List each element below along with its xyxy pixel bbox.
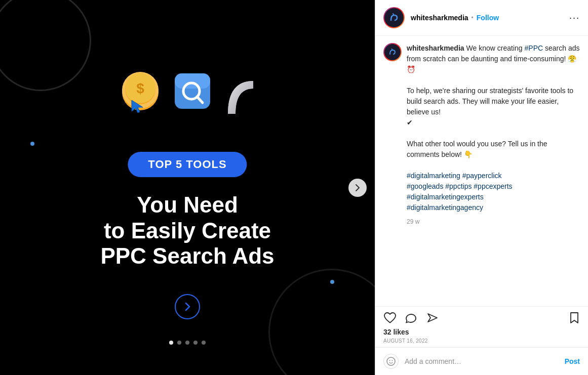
dot-3[interactable] — [185, 341, 189, 345]
brand-logo-icon — [387, 11, 401, 24]
slide-dots — [169, 341, 206, 345]
dot-1[interactable] — [169, 341, 173, 345]
coin-dollar-icon: $ — [116, 66, 162, 111]
svg-point-12 — [387, 357, 395, 365]
dot-separator: • — [472, 14, 474, 21]
share-icon — [426, 312, 439, 324]
blue-dot-left — [30, 142, 34, 146]
caption-username: whitesharkmedia — [407, 44, 464, 52]
slide-next-btn[interactable] — [348, 179, 367, 197]
decor-circle-bottom — [268, 269, 375, 375]
search-box-icon — [172, 71, 213, 111]
post-comment-button[interactable]: Post — [565, 357, 580, 365]
smiley-icon — [386, 357, 396, 366]
action-icons-row — [383, 312, 580, 324]
comment-input[interactable] — [405, 357, 559, 365]
emoji-picker-button[interactable] — [383, 354, 399, 369]
dot-5[interactable] — [202, 341, 206, 345]
caption-avatar-ring — [383, 43, 402, 61]
comment-icon — [405, 312, 418, 324]
dot-4[interactable] — [193, 341, 198, 345]
top5-badge: TOP 5 TOOLS — [128, 152, 247, 177]
headline-text: You Need to Easily Create PPC Search Ads — [61, 192, 314, 269]
caption-header: whitesharkmediaWe know creating #PPC sea… — [383, 43, 580, 226]
avatar-gradient-ring — [383, 7, 405, 28]
comment-area: Post — [375, 347, 588, 375]
likes-count: 32 likes — [383, 328, 580, 336]
avatar-inner — [384, 8, 404, 27]
post-image-panel: $ — [0, 0, 375, 375]
caption-brand-icon — [387, 47, 398, 58]
svg-point-13 — [389, 360, 390, 361]
post-date: AUGUST 16, 2022 — [383, 338, 580, 344]
svg-point-11 — [387, 47, 398, 57]
bookmark-icon — [569, 312, 580, 324]
heart-icon — [383, 312, 397, 324]
share-button[interactable] — [426, 312, 439, 324]
badge-text: TOP 5 TOOLS — [148, 158, 226, 171]
product-icons-row: $ — [116, 66, 258, 111]
next-slide-circle-btn[interactable] — [175, 294, 200, 319]
blue-dot-right — [330, 280, 334, 284]
follow-button[interactable]: Follow — [477, 14, 499, 22]
post-header: whitesharkmedia • Follow ··· — [375, 0, 588, 36]
right-panel: whitesharkmedia • Follow ··· whitesharkm… — [375, 0, 588, 375]
main-headline: You Need to Easily Create PPC Search Ads — [61, 192, 314, 269]
svg-point-10 — [388, 12, 400, 24]
svg-point-14 — [392, 360, 393, 361]
username-follow-row: whitesharkmedia • Follow — [411, 14, 563, 22]
header-username: whitesharkmedia — [411, 14, 468, 22]
svg-rect-7 — [175, 73, 210, 89]
bookmark-button[interactable] — [569, 312, 580, 324]
more-options-button[interactable]: ··· — [569, 13, 580, 22]
comment-timestamp: 29 w — [407, 217, 580, 226]
dot-2[interactable] — [177, 341, 181, 345]
decor-circle-top — [0, 0, 91, 91]
hashtags-block: #digitalmarketing #payperclick#googleads… — [407, 172, 513, 212]
like-button[interactable] — [383, 312, 397, 324]
svg-text:$: $ — [136, 80, 144, 96]
caption-avatar-inner — [384, 44, 401, 60]
comment-button[interactable] — [405, 312, 418, 324]
hashtag-ppc: #PPC — [525, 44, 543, 52]
caption-text-block: whitesharkmediaWe know creating #PPC sea… — [407, 43, 580, 226]
caption-area: whitesharkmediaWe know creating #PPC sea… — [375, 36, 588, 307]
actions-bar: 32 likes AUGUST 16, 2022 — [375, 307, 588, 347]
curved-arrow-icon — [223, 76, 258, 111]
